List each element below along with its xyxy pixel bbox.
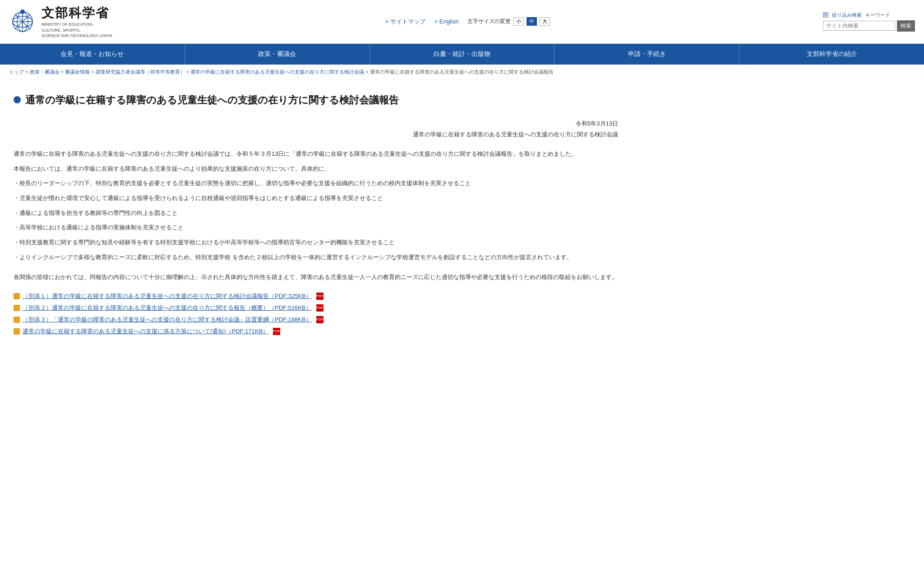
attachment-link-0[interactable]: （別添１）通常の学級に在籍する障害のある児童生徒への支援の在り方に関する検討会議… (23, 292, 312, 300)
keyword-label: キーワード (865, 12, 890, 19)
breadcrumb: トップ > 政策・審議会 > 審議会情報 > 調査研究協力者会議等（初等中等教育… (0, 65, 924, 80)
link-bullet-icon-1 (14, 305, 20, 311)
breadcrumb-top[interactable]: トップ (9, 69, 24, 75)
english-link[interactable]: English (434, 18, 459, 25)
body-para-4: ・通級による指導を担当する教師等の専門性の向上を図ること (14, 208, 618, 219)
nav-item-news[interactable]: 会見・報道・お知らせ (0, 44, 185, 65)
body-para-2: ・校長のリーダーシップの下、特別な教育的支援を必要とする児童生徒の実態を適切に把… (14, 178, 618, 189)
attachment-link-1[interactable]: （別添２）通常の学級に在籍する障害のある児童生徒への支援の在り方に関する報告（概… (23, 304, 312, 312)
body-para-7: ・よりインクルーシブで多様な教育的ニーズに柔軟に対応するため、特別支援学校 を含… (14, 252, 618, 263)
nav-item-publications[interactable]: 白書・統計・出版物 (370, 44, 555, 65)
fontsize-medium-button[interactable]: 中 (527, 17, 537, 26)
links-section: （別添１）通常の学級に在籍する障害のある児童生徒への支援の在り方に関する検討会議… (14, 292, 618, 335)
attachment-link-2[interactable]: （別添３）「通常の学級の障害のある児童生徒への支援の在り方に関する検討会議」設置… (23, 316, 312, 324)
fontsize-controls: 文字サイズの変更 小 中 大 (467, 17, 550, 26)
body-para-6: ・特別支援教育に関する専門的な知見や経験等を有する特別支援学校における小中高等学… (14, 237, 618, 248)
site-header: 文部科学省 MINISTRY OF EDUCATION, CULTURE, SP… (0, 0, 924, 44)
page-title: 通常の学級に在籍する障害のある児童生徒への支援の在り方に関する検討会議報告 (25, 93, 399, 107)
link-bullet-icon-0 (14, 293, 20, 299)
meta-org: 通常の学級に在籍する障害のある児童生徒への支援の在り方に関する検討会議 (14, 129, 618, 140)
breadcrumb-research[interactable]: 調査研究協力者会議等（初等中等教育） (96, 69, 185, 75)
mext-logo-icon (9, 8, 36, 35)
fontsize-label: 文字サイズの変更 (467, 18, 511, 25)
meta-date: 令和5年3月13日 (14, 118, 618, 129)
pdf-icon-3: PDF (273, 328, 280, 335)
logo-block: 文部科学省 MINISTRY OF EDUCATION, CULTURE, SP… (9, 5, 112, 39)
breadcrumb-committee[interactable]: 通常の学級に在籍する障害のある児童生徒への支援の在り方に関する検討会議 (190, 69, 364, 75)
logo-english: MINISTRY OF EDUCATION, CULTURE, SPORTS, … (42, 22, 112, 39)
pdf-icon-1: PDF (316, 304, 323, 312)
search-input[interactable] (823, 21, 895, 31)
logo-text: 文部科学省 MINISTRY OF EDUCATION, CULTURE, SP… (42, 5, 112, 39)
body-para-1: 本報告においては、通常の学級に在籍する障害のある児童生徒へのより効果的な支援施策… (14, 163, 618, 175)
body-text: 通常の学級に在籍する障害のある児童生徒への支援の在り方に関する検討会議では、令和… (14, 149, 618, 263)
list-item: （別添１）通常の学級に在籍する障害のある児童生徒への支援の在り方に関する検討会議… (14, 292, 618, 300)
nav-item-policy[interactable]: 政策・審議会 (185, 44, 370, 65)
search-filter-row: 絞り込み検索 キーワード (823, 12, 915, 19)
meta-block: 令和5年3月13日 通常の学級に在籍する障害のある児童生徒への支援の在り方に関す… (14, 118, 618, 140)
search-button[interactable]: 検索 (897, 20, 915, 32)
link-bullet-icon-3 (14, 328, 20, 335)
body-para-5: ・高等学校における通級による指導の実施体制を充実させること (14, 222, 618, 233)
sitemap-link[interactable]: サイトマップ (385, 18, 425, 26)
search-box-row: 検索 (823, 20, 915, 32)
pdf-icon-0: PDF (316, 293, 323, 300)
attachment-link-3[interactable]: 通常の学級に在籍する障害のある児童生徒への支援に係る方策について(通知)（PDF… (23, 327, 268, 335)
body-para-8: 各関係の皆様におかれては、同報告の内容について十分に御理解の上、示された具体的な… (14, 272, 618, 283)
list-item: 通常の学級に在籍する障害のある児童生徒への支援に係る方策について(通知)（PDF… (14, 327, 618, 335)
body-text-2: 各関係の皆様におかれては、同報告の内容について十分に御理解の上、示された具体的な… (14, 272, 618, 283)
logo-japanese: 文部科学省 (42, 5, 112, 22)
main-nav: 会見・報道・お知らせ 政策・審議会 白書・統計・出版物 申請・手続き 文部科学省… (0, 44, 924, 65)
nav-item-about[interactable]: 文部科学省の紹介 (739, 44, 924, 65)
pdf-icon-2: PDF (316, 316, 323, 323)
breadcrumb-current: 通常の学級に在籍する障害のある児童生徒への支援の在り方に関する検討会議報告 (370, 69, 554, 75)
breadcrumb-policy[interactable]: 政策・審議会 (30, 69, 60, 75)
filter-icon (823, 12, 828, 18)
body-para-0: 通常の学級に在籍する障害のある児童生徒への支援の在り方に関する検討会議では、令和… (14, 149, 618, 160)
list-item: （別添２）通常の学級に在籍する障害のある児童生徒への支援の在り方に関する報告（概… (14, 304, 618, 312)
body-para-3: ・児童生徒が慣れた環境で安心して通級による指導を受けられるように自校通級や巡回指… (14, 193, 618, 204)
list-item: （別添３）「通常の学級の障害のある児童生徒への支援の在り方に関する検討会議」設置… (14, 316, 618, 324)
page-title-block: 通常の学級に在籍する障害のある児童生徒への支援の在り方に関する検討会議報告 (14, 93, 618, 107)
link-bullet-icon-2 (14, 317, 20, 323)
filter-search-link[interactable]: 絞り込み検索 (832, 12, 862, 19)
header-center-links: サイトマップ English 文字サイズの変更 小 中 大 (385, 17, 550, 26)
main-content: 通常の学級に在籍する障害のある児童生徒への支援の在り方に関する検討会議報告 令和… (0, 80, 632, 357)
fontsize-small-button[interactable]: 小 (513, 17, 524, 26)
title-dot-icon (14, 96, 21, 103)
fontsize-large-button[interactable]: 大 (540, 17, 550, 26)
nav-item-procedures[interactable]: 申請・手続き (554, 44, 739, 65)
search-area: 絞り込み検索 キーワード 検索 (823, 12, 915, 32)
breadcrumb-council-info[interactable]: 審議会情報 (65, 69, 90, 75)
